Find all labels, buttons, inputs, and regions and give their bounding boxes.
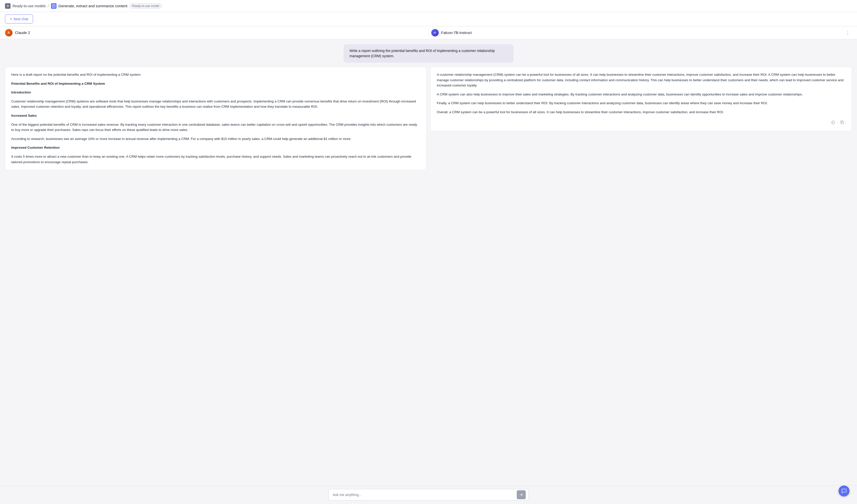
claude-para-9: It costs 5 times more to attract a new c… xyxy=(11,154,420,165)
input-wrapper xyxy=(329,489,528,501)
claude-para-3: Introduction xyxy=(11,90,420,95)
model-header-right: tii Falcon-7B-Instruct ⋮ xyxy=(431,29,852,36)
chat-input[interactable] xyxy=(333,489,517,500)
claude-para-1: Here is a draft report on the potential … xyxy=(11,72,420,77)
user-message-row: Write a report outlining the potential b… xyxy=(5,44,852,63)
model-header-left: A Claude 2 xyxy=(5,29,426,36)
new-chat-button[interactable]: + New chat xyxy=(5,15,33,23)
falcon-avatar: tii xyxy=(431,29,439,36)
claude-para-4: Customer relationship management (CRM) s… xyxy=(11,99,420,109)
response-card-left: Here is a draft report on the potential … xyxy=(5,67,426,170)
copy-button[interactable] xyxy=(839,119,846,126)
ready-to-use-badge: Ready-to-use model xyxy=(130,3,162,8)
chat-area: Write a report outlining the potential b… xyxy=(0,39,857,485)
responses-row: Here is a draft report on the potential … xyxy=(5,67,852,170)
claude-para-7: According to research, businesses see an… xyxy=(11,136,420,142)
ready-to-use-label: Ready-to-use models xyxy=(13,4,46,8)
ready-to-use-icon: ⚙ xyxy=(5,3,11,9)
more-options-button[interactable]: ⋮ xyxy=(843,29,852,36)
svg-rect-1 xyxy=(841,122,844,124)
claude-para-5: Increased Sales xyxy=(11,113,420,119)
new-chat-label: New chat xyxy=(14,17,28,21)
breadcrumb-separator: / xyxy=(48,4,49,8)
claude-para-8: Improved Customer Retention xyxy=(11,145,420,151)
refresh-button[interactable] xyxy=(830,119,837,126)
falcon-para-1: A customer relationship management (CRM)… xyxy=(437,72,846,88)
claude-avatar: A xyxy=(5,29,13,36)
falcon-para-3: Finally, a CRM system can help businesse… xyxy=(437,101,846,106)
floating-chat-button[interactable] xyxy=(839,486,850,497)
claude-para-6: One of the biggest potential benefits of… xyxy=(11,122,420,133)
send-button[interactable] xyxy=(517,490,526,499)
claude-name: Claude 2 xyxy=(15,31,30,35)
response-card-right: A customer relationship management (CRM)… xyxy=(431,67,852,131)
page-icon xyxy=(51,3,56,9)
falcon-para-4: Overall, a CRM system can be a powerful … xyxy=(437,109,846,115)
claude-para-2: Potential Benefits and ROI of Implementi… xyxy=(11,81,420,86)
plus-icon: + xyxy=(10,17,12,21)
page-title: Generate, extract and summarize content xyxy=(58,4,128,8)
model-headers: A Claude 2 tii Falcon-7B-Instruct ⋮ xyxy=(0,26,857,39)
falcon-para-2: A CRM system can also help businesses to… xyxy=(437,92,846,97)
response-actions-right xyxy=(437,119,846,126)
falcon-name: Falcon-7B-Instruct xyxy=(441,31,472,35)
toolbar: + New chat xyxy=(0,12,857,26)
model-divider xyxy=(428,29,429,37)
topbar: ⚙ Ready-to-use models / Generate, extrac… xyxy=(0,0,857,12)
input-area xyxy=(0,485,857,504)
user-message: Write a report outlining the potential b… xyxy=(343,44,514,63)
